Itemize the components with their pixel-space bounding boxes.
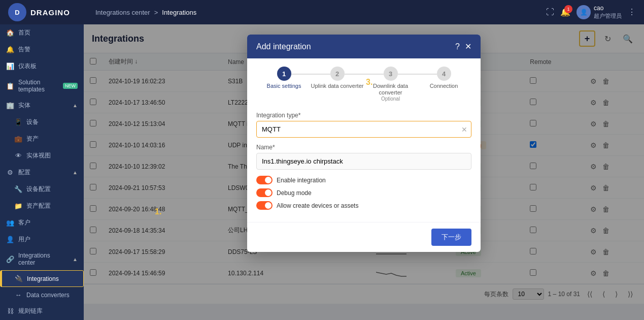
breadcrumb: Integrations center > Integrations: [95, 9, 540, 16]
modal-help-button[interactable]: ?: [455, 42, 460, 51]
enable-integration-row: Enable integration: [256, 176, 471, 184]
sidebar-item-label: 首页: [18, 28, 30, 37]
name-group: Name*: [256, 144, 471, 170]
logo-area: D DRAGINO: [8, 3, 89, 21]
sidebar-item-solution-templates[interactable]: 📋 Solution templates NEW: [0, 75, 84, 97]
sidebar-item-label: Integrations: [27, 275, 59, 282]
sidebar-item-label: 客户: [18, 218, 30, 227]
sidebar-item-label: 用户: [18, 235, 30, 244]
sidebar-item-label: 资产: [26, 135, 39, 143]
sidebar-item-label: 实体: [18, 101, 30, 110]
step-2-label: Uplink data converter: [311, 83, 364, 89]
sidebar-item-asset-config[interactable]: 📁 资产配置: [0, 198, 84, 214]
integration-type-label: Integration type*: [256, 112, 471, 119]
home-icon: 🏠: [6, 29, 14, 37]
sidebar: 🏠 首页 🔔 告警 📊 仪表板 📋 Solution templates NEW…: [0, 24, 84, 320]
user-role: 超户管理员: [594, 12, 622, 20]
breadcrumb-separator: >: [154, 9, 158, 16]
add-integration-modal: Add integration ? ✕ 1 Basic settings 2 U…: [247, 35, 481, 252]
user-name: cao: [594, 5, 622, 12]
allow-create-toggle[interactable]: [256, 201, 273, 210]
fullscreen-button[interactable]: ⛶: [546, 8, 554, 17]
dashboard-icon: 📊: [6, 62, 14, 70]
sidebar-item-rule-chains[interactable]: ⛓ 规则链库: [0, 303, 84, 319]
solution-templates-icon: 📋: [6, 82, 14, 90]
toggle-knob: [265, 177, 272, 183]
step-2: 2 Uplink data converter: [311, 67, 364, 89]
user-info: 👤 cao 超户管理员: [577, 5, 622, 19]
sidebar-item-customer[interactable]: 👥 客户: [0, 214, 84, 231]
sidebar-item-devices[interactable]: 📱 设备: [0, 114, 84, 131]
bell-icon: 🔔: [6, 46, 14, 53]
step-4: 4 Connection: [417, 67, 470, 89]
sidebar-item-integrations[interactable]: 🔌 Integrations: [0, 270, 84, 287]
sidebar-item-config[interactable]: ⚙ 配置 ▲: [0, 164, 84, 181]
user-avatar: 👤: [577, 5, 591, 19]
allow-create-row: Allow create devices or assets: [256, 201, 471, 210]
rule-chains-icon: ⛓: [6, 307, 14, 315]
sidebar-item-entity-view[interactable]: 👁 实体视图: [0, 147, 84, 164]
config-icon: ⚙: [6, 169, 14, 176]
sidebar-item-home[interactable]: 🏠 首页: [0, 24, 84, 41]
sidebar-item-dashboard[interactable]: 📊 仪表板: [0, 58, 84, 75]
modal-header-actions: ? ✕: [455, 42, 471, 51]
step-1-circle: 1: [277, 67, 291, 81]
modal-close-button[interactable]: ✕: [465, 42, 471, 51]
sidebar-item-label: 配置: [18, 168, 30, 177]
step-3-circle: 3: [384, 67, 398, 81]
step-3: 3 Downlink data converter Optional: [364, 67, 417, 102]
customer-icon: 👥: [6, 219, 14, 227]
integration-type-input-wrap: ✕: [256, 121, 471, 138]
sidebar-item-label: Solution templates: [18, 79, 57, 93]
asset-config-icon: 📁: [14, 202, 22, 210]
sidebar-item-assets[interactable]: 💼 资产: [0, 131, 84, 147]
debug-mode-toggle[interactable]: [256, 188, 273, 197]
debug-mode-label: Debug mode: [277, 189, 312, 197]
expand-icon: ▲: [73, 103, 78, 108]
notification-badge: 1: [564, 5, 572, 13]
step-1: 1 Basic settings: [257, 67, 311, 89]
expand-icon: ▲: [73, 257, 78, 262]
toggle-knob: [265, 202, 272, 209]
step-4-label: Connection: [430, 83, 458, 89]
device-config-icon: 🔧: [14, 185, 22, 193]
top-nav: D DRAGINO Integrations center > Integrat…: [0, 0, 644, 24]
name-input[interactable]: [256, 153, 471, 170]
step-4-circle: 4: [437, 67, 451, 81]
sidebar-item-label: 资产配置: [26, 202, 51, 210]
entity-icon: 🏢: [6, 102, 14, 109]
enable-integration-toggle[interactable]: [256, 176, 273, 184]
modal-title: Add integration: [256, 42, 311, 51]
more-options-button[interactable]: ⋮: [628, 7, 636, 17]
devices-icon: 📱: [14, 118, 22, 126]
sidebar-item-integrations-center[interactable]: 🔗 Integrations center ▲: [0, 248, 84, 270]
step-2-circle: 2: [330, 67, 345, 81]
modal-steps: 1 Basic settings 2 Uplink data converter…: [247, 58, 481, 106]
step-1-label: Basic settings: [267, 83, 301, 89]
data-converters-icon: ↔: [14, 291, 22, 299]
step-3-label: Downlink data converter: [364, 83, 417, 96]
content-area: Integrations + ↻ 🔍 创建时间 ↓ Name Daily act…: [84, 24, 644, 320]
sidebar-item-device-config[interactable]: 🔧 设备配置: [0, 181, 84, 198]
notification-bell-wrap: 🔔 1: [560, 7, 570, 17]
sidebar-item-user[interactable]: 👤 用户: [0, 231, 84, 248]
user-details: cao 超户管理员: [594, 5, 622, 19]
name-label: Name*: [256, 144, 471, 151]
sidebar-item-data-converters[interactable]: ↔ Data converters: [0, 287, 84, 303]
sidebar-item-label: 告警: [18, 45, 30, 54]
expand-icon: ▲: [73, 170, 78, 175]
sidebar-item-history[interactable]: 🔔 告警: [0, 41, 84, 58]
breadcrumb-integrations-center[interactable]: Integrations center: [95, 9, 150, 16]
breadcrumb-current: Integrations: [162, 9, 196, 16]
sidebar-item-label: 设备配置: [26, 185, 51, 194]
sidebar-item-entity[interactable]: 🏢 实体 ▲: [0, 97, 84, 114]
integration-type-input[interactable]: [256, 121, 471, 138]
modal-header: Add integration ? ✕: [247, 35, 481, 58]
integration-type-clear-button[interactable]: ✕: [461, 125, 467, 134]
next-button[interactable]: 下一步: [431, 229, 471, 246]
enable-integration-label: Enable integration: [277, 177, 326, 184]
allow-create-label: Allow create devices or assets: [277, 202, 358, 209]
user-icon: 👤: [6, 236, 14, 243]
sidebar-item-label: 仪表板: [18, 62, 37, 71]
sidebar-item-label: Integrations center: [18, 252, 69, 266]
